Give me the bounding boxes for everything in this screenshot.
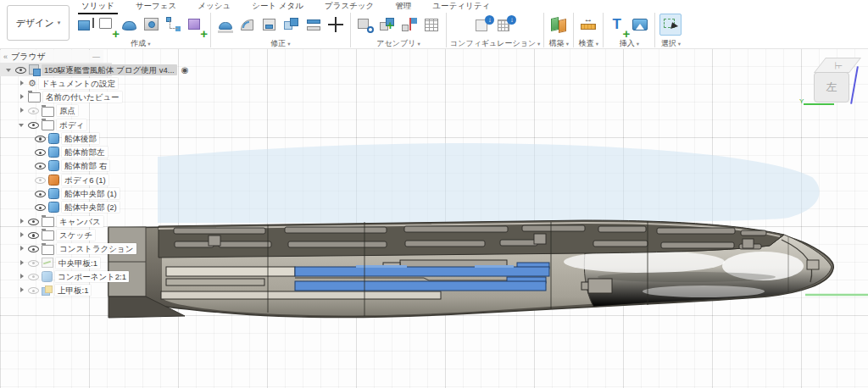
item-label[interactable]: 船体前部左 bbox=[62, 147, 108, 158]
chevron-down-icon: ▾ bbox=[147, 41, 150, 47]
ribbon-groups: 作成▾ 修正▾ bbox=[75, 11, 682, 49]
item-label[interactable]: 船体中央部 (1) bbox=[62, 188, 120, 199]
visibility-eye-icon[interactable] bbox=[28, 271, 39, 281]
viewport[interactable]: « ブラウザ — 150駆逐艦雪風船体 ブログ使用 v4... ◉ ⚙ ドキュメ… bbox=[0, 48, 868, 388]
visibility-eye-icon[interactable] bbox=[28, 285, 39, 296]
item-label[interactable]: コンポーネント2:1 bbox=[55, 271, 129, 282]
group-label-assemble[interactable]: アセンブリ▾ bbox=[376, 37, 420, 49]
bom-table-icon[interactable] bbox=[421, 14, 442, 35]
insert-canvas-icon[interactable] bbox=[608, 14, 628, 35]
group-label-inspect[interactable]: 検査▾ bbox=[579, 37, 598, 49]
z-axis-line bbox=[850, 66, 859, 104]
expand-icon[interactable] bbox=[18, 273, 25, 280]
visibility-eye-icon[interactable] bbox=[28, 119, 39, 130]
combine-icon[interactable] bbox=[281, 14, 302, 35]
revolve-icon[interactable] bbox=[120, 14, 140, 35]
select-tool-icon[interactable] bbox=[659, 14, 682, 36]
bow-highlight bbox=[643, 285, 765, 297]
item-label[interactable]: 船体前部 右 bbox=[62, 160, 109, 171]
activate-component-icon[interactable]: ◉ bbox=[181, 65, 189, 75]
group-label-select[interactable]: 選択▾ bbox=[661, 37, 681, 49]
move-icon[interactable] bbox=[326, 14, 346, 35]
root-document-label[interactable]: 150駆逐艦雪風船体 ブログ使用 v4... bbox=[42, 64, 177, 75]
hole-icon[interactable] bbox=[142, 14, 162, 35]
visibility-eye-icon[interactable] bbox=[28, 106, 39, 116]
view-cube-front-face[interactable]: 左 bbox=[814, 72, 849, 103]
folder-icon bbox=[42, 120, 54, 130]
item-label[interactable]: ドキュメントの設定 bbox=[39, 78, 118, 89]
create-sketch-icon[interactable] bbox=[97, 14, 118, 35]
offset-face-icon[interactable] bbox=[303, 14, 324, 35]
new-component-icon[interactable] bbox=[377, 14, 398, 35]
group-label-configuration[interactable]: コンフィギュレーション▾ bbox=[450, 37, 540, 49]
item-label[interactable]: 船体後部 bbox=[62, 133, 99, 144]
item-label[interactable]: 原点 bbox=[57, 105, 78, 116]
visibility-eye-icon[interactable] bbox=[35, 189, 46, 199]
visibility-eye-icon[interactable] bbox=[15, 64, 26, 75]
browser-item-upper-deck: 上甲板:1 bbox=[0, 283, 178, 297]
expand-icon[interactable] bbox=[18, 80, 25, 87]
expand-icon[interactable] bbox=[18, 107, 25, 114]
joint-icon[interactable] bbox=[399, 14, 420, 35]
visibility-eye-icon[interactable] bbox=[35, 161, 46, 171]
browser-item-named-views: 名前の付いたビュー bbox=[0, 90, 178, 103]
item-label[interactable]: キャンバス bbox=[57, 216, 103, 227]
browser-item-center-deck: 中央甲板:1 bbox=[0, 256, 178, 269]
expand-icon[interactable] bbox=[18, 231, 25, 239]
item-label[interactable]: コンストラクション bbox=[57, 243, 136, 254]
visibility-eye-icon[interactable] bbox=[35, 147, 46, 158]
expand-icon[interactable] bbox=[18, 218, 25, 225]
measure-icon[interactable] bbox=[578, 14, 598, 35]
expand-icon[interactable] bbox=[18, 286, 25, 294]
body-icon bbox=[48, 147, 59, 158]
group-label-construct[interactable]: 構築▾ bbox=[549, 37, 569, 49]
visibility-eye-icon[interactable] bbox=[35, 133, 46, 143]
visibility-eye-icon[interactable] bbox=[28, 258, 39, 268]
visibility-eye-icon[interactable] bbox=[35, 202, 46, 213]
expand-icon[interactable] bbox=[18, 121, 25, 129]
press-pull-icon[interactable] bbox=[215, 14, 236, 35]
expand-icon[interactable] bbox=[18, 93, 25, 101]
bow-tip-block bbox=[807, 260, 819, 269]
expand-icon[interactable] bbox=[18, 259, 25, 267]
configuration-table-icon[interactable] bbox=[496, 14, 516, 35]
visibility-eye-icon[interactable] bbox=[28, 244, 39, 254]
insert-derive-icon[interactable] bbox=[355, 14, 376, 35]
item-label[interactable]: 名前の付いたビュー bbox=[43, 91, 122, 103]
gear-icon: ⚙ bbox=[28, 79, 36, 88]
shell-icon[interactable] bbox=[259, 14, 280, 35]
chevron-down-icon: ▾ bbox=[417, 41, 420, 47]
group-label-create[interactable]: 作成▾ bbox=[131, 37, 150, 49]
folder-icon bbox=[42, 107, 54, 117]
item-label[interactable]: スケッチ bbox=[57, 230, 95, 241]
extrude-icon[interactable] bbox=[75, 14, 96, 35]
view-cube-top-face[interactable]: 上 bbox=[814, 58, 861, 73]
expand-icon[interactable] bbox=[18, 245, 25, 252]
group-label-modify[interactable]: 修正▾ bbox=[270, 37, 290, 49]
create-form-icon[interactable] bbox=[186, 14, 206, 35]
y-axis-line bbox=[804, 103, 834, 105]
bracket-block bbox=[588, 279, 612, 293]
visibility-eye-icon[interactable] bbox=[28, 230, 39, 240]
visibility-eye-icon[interactable] bbox=[28, 216, 39, 226]
fillet-icon[interactable] bbox=[237, 14, 258, 35]
body-icon bbox=[48, 175, 59, 186]
item-label[interactable]: ボディ6 (1) bbox=[62, 175, 108, 186]
configuration-icon[interactable] bbox=[474, 14, 494, 35]
visibility-eye-icon[interactable] bbox=[35, 175, 46, 185]
item-label[interactable]: ボディ bbox=[57, 119, 86, 130]
browser-panel: « ブラウザ — 150駆逐艦雪風船体 ブログ使用 v4... ◉ ⚙ ドキュメ… bbox=[0, 50, 178, 297]
item-label[interactable]: 中央甲板:1 bbox=[56, 258, 100, 269]
view-cube[interactable]: 上 左 Y bbox=[802, 53, 866, 115]
design-workspace-button[interactable]: デザイン ▾ bbox=[7, 5, 70, 41]
item-label[interactable]: 船体中央部 (2) bbox=[62, 202, 120, 213]
chevron-down-icon: ▾ bbox=[58, 19, 61, 26]
group-insert: 挿入▾ bbox=[607, 11, 651, 49]
item-label[interactable]: 上甲板:1 bbox=[55, 285, 91, 296]
pattern-icon[interactable] bbox=[164, 14, 184, 35]
insert-image-icon[interactable] bbox=[630, 14, 650, 35]
construct-plane-icon[interactable] bbox=[548, 14, 569, 35]
collapse-panel-icon[interactable]: « bbox=[3, 53, 8, 61]
minimize-panel-icon[interactable]: — bbox=[92, 53, 100, 61]
expand-icon[interactable] bbox=[5, 66, 13, 74]
